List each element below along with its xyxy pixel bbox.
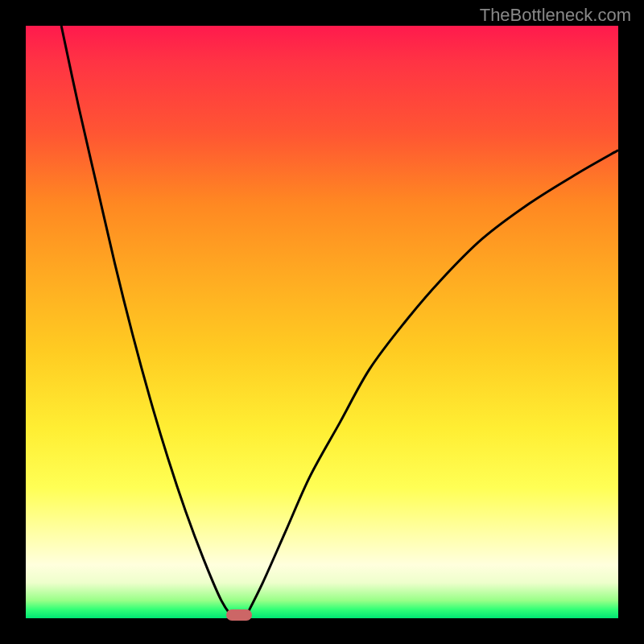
chart-frame: TheBottleneck.com [0,0,644,644]
right-curve [245,151,618,618]
bottleneck-curves [26,26,618,618]
watermark-text: TheBottleneck.com [480,5,631,26]
bottleneck-marker [226,609,252,621]
left-curve [61,26,233,618]
